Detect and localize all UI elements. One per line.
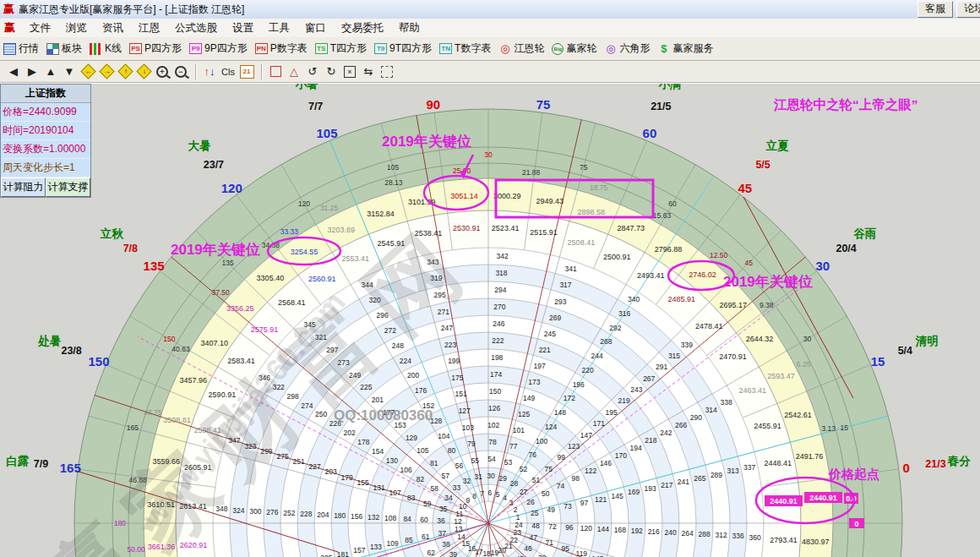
diamond-up-button[interactable]: ↑ xyxy=(117,63,133,80)
toolbar-item-5[interactable]: PNP数字表 xyxy=(255,41,308,56)
grid-icon xyxy=(3,43,16,55)
svg-text:73: 73 xyxy=(564,502,572,511)
svg-text:75: 75 xyxy=(580,163,588,172)
toolbar-item-4[interactable]: P99P四方形 xyxy=(189,41,248,56)
svg-text:216: 216 xyxy=(648,527,660,536)
svg-text:290: 290 xyxy=(690,413,702,422)
diamond-down-button[interactable]: ↓ xyxy=(135,63,152,80)
prev-button[interactable]: ◀ xyxy=(5,63,22,80)
svg-text:2796.88: 2796.88 xyxy=(655,245,683,254)
badge: P9 xyxy=(189,43,202,54)
gann-wheel-chart-area: 1234567891011121314151617181920212223242… xyxy=(0,83,980,557)
menu-item-8[interactable]: 交易委托 xyxy=(334,19,391,37)
menu-item-4[interactable]: 公式选股 xyxy=(167,19,225,37)
svg-text:2478.41: 2478.41 xyxy=(695,322,723,330)
toolbar-item-3[interactable]: PSP四方形 xyxy=(129,41,182,56)
svg-text:119: 119 xyxy=(576,549,588,557)
svg-text:3457.96: 3457.96 xyxy=(179,376,207,385)
toolbar-item-8[interactable]: TNT数字表 xyxy=(439,41,491,56)
zoom-out-button[interactable]: − xyxy=(172,63,189,80)
svg-text:90: 90 xyxy=(427,97,441,112)
menu-item-9[interactable]: 帮助 xyxy=(391,19,427,37)
gann-wheel-svg: 1234567891011121314151617181920212223242… xyxy=(0,84,980,557)
fit-button[interactable]: ⇆ xyxy=(360,63,377,80)
delete-box-button[interactable]: × xyxy=(341,63,358,80)
toolbar-item-label: 江恩轮 xyxy=(514,41,544,56)
svg-text:4: 4 xyxy=(503,494,507,502)
svg-text:QQ:100080360: QQ:100080360 xyxy=(334,407,433,423)
toolbar-item-6[interactable]: TST四方形 xyxy=(315,41,367,56)
toolbar-item-11[interactable]: ◎六角形 xyxy=(604,41,650,56)
cls-button[interactable]: Cls xyxy=(220,63,237,80)
svg-text:2530.91: 2530.91 xyxy=(453,224,481,232)
svg-text:100: 100 xyxy=(536,437,547,445)
toolbar-item-1[interactable]: 板块 xyxy=(46,41,82,56)
toolbar-item-2[interactable]: K线 xyxy=(90,41,122,56)
calc-support-button[interactable]: 计算支撑 xyxy=(46,177,90,197)
toolbar-item-10[interactable]: Big赢家轮 xyxy=(552,41,596,56)
diamond-right-button[interactable]: → xyxy=(98,63,115,80)
svg-text:30: 30 xyxy=(816,259,830,273)
svg-text:180: 180 xyxy=(334,511,346,520)
menu-item-0[interactable]: 文件 xyxy=(22,19,58,37)
menu-item-1[interactable]: 浏览 xyxy=(58,19,95,37)
svg-text:151: 151 xyxy=(455,390,466,398)
dash-box-button[interactable] xyxy=(378,63,395,80)
rotate-right-button[interactable]: ↻ xyxy=(323,63,340,80)
svg-text:6: 6 xyxy=(488,489,493,497)
menu-item-6[interactable]: 工具 xyxy=(261,19,297,37)
badge: TS xyxy=(315,43,328,54)
svg-text:247: 247 xyxy=(441,324,453,332)
svg-text:340: 340 xyxy=(628,295,640,303)
calc-resistance-button[interactable]: 计算阻力 xyxy=(1,177,46,197)
svg-text:124: 124 xyxy=(545,423,557,431)
toolbar-item-0[interactable]: 行情 xyxy=(3,41,39,56)
next-button[interactable]: ▶ xyxy=(24,63,41,80)
main-toolbar: 行情板块K线PSP四方形P99P四方形PNP数字表TST四方形T99T四方形TN… xyxy=(0,37,980,61)
toolbar-item-9[interactable]: ◎江恩轮 xyxy=(498,41,544,56)
svg-text:192: 192 xyxy=(631,527,643,535)
title-bar: 赢 赢家江恩专业版[赢家服务平台] - [上证指数 江恩轮] 客服论坛 xyxy=(0,0,980,19)
menu-item-2[interactable]: 资讯 xyxy=(95,19,131,37)
svg-text:264: 264 xyxy=(682,529,694,538)
svg-text:29: 29 xyxy=(499,474,508,483)
diamond-left-button[interactable]: ← xyxy=(79,63,96,80)
toolbar-item-label: T四方形 xyxy=(330,41,367,56)
updown-button[interactable]: ↑↓ xyxy=(201,63,218,80)
menu-item-3[interactable]: 江恩 xyxy=(131,19,167,37)
svg-text:266: 266 xyxy=(675,421,687,429)
toolbar-item-7[interactable]: T99T四方形 xyxy=(374,41,432,56)
svg-text:31.25: 31.25 xyxy=(320,204,339,212)
svg-text:181: 181 xyxy=(337,550,349,557)
svg-text:219: 219 xyxy=(618,396,629,405)
svg-text:169: 169 xyxy=(628,488,640,496)
svg-text:122: 122 xyxy=(585,467,596,475)
up-button[interactable]: ▲ xyxy=(42,63,59,80)
svg-text:125: 125 xyxy=(518,410,530,418)
svg-text:38: 38 xyxy=(442,540,450,549)
square-button[interactable] xyxy=(267,63,284,80)
menu-item-7[interactable]: 窗口 xyxy=(297,19,334,37)
badge: T9 xyxy=(374,43,387,54)
svg-text:276: 276 xyxy=(266,508,278,516)
svg-text:23/8: 23/8 xyxy=(61,345,81,357)
svg-text:清明: 清明 xyxy=(915,335,939,347)
svg-text:145: 145 xyxy=(611,492,623,500)
svg-text:2440.91: 2440.91 xyxy=(809,494,837,502)
svg-text:70: 70 xyxy=(538,554,547,557)
service-button[interactable]: 客服 xyxy=(917,1,953,18)
svg-text:23: 23 xyxy=(514,528,522,537)
rotate-left-button[interactable]: ↺ xyxy=(304,63,321,80)
triangle-button[interactable]: △ xyxy=(286,63,302,80)
menu-item-5[interactable]: 设置 xyxy=(225,19,261,37)
svg-text:150: 150 xyxy=(163,335,175,343)
svg-text:97: 97 xyxy=(580,499,589,507)
forum-button[interactable]: 论坛 xyxy=(956,1,980,18)
svg-text:198: 198 xyxy=(491,353,503,362)
calendar-button[interactable]: 21 xyxy=(238,63,255,80)
svg-text:60: 60 xyxy=(643,126,657,140)
toolbar-item-12[interactable]: $赢家服务 xyxy=(657,41,713,56)
svg-text:220: 220 xyxy=(582,366,594,374)
zoom-in-button[interactable]: + xyxy=(154,63,171,80)
down-button[interactable]: ▼ xyxy=(61,63,78,80)
